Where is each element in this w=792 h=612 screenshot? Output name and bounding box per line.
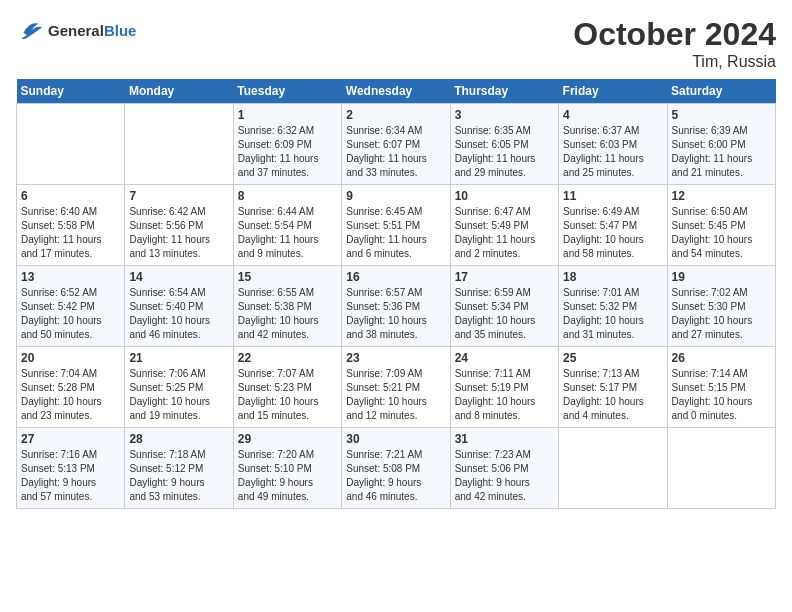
calendar-cell: 22Sunrise: 7:07 AM Sunset: 5:23 PM Dayli…: [233, 347, 341, 428]
day-number: 29: [238, 432, 337, 446]
calendar-cell: 3Sunrise: 6:35 AM Sunset: 6:05 PM Daylig…: [450, 104, 558, 185]
page-header: GeneralBlue October 2024 Tim, Russia: [16, 16, 776, 71]
calendar-cell: 4Sunrise: 6:37 AM Sunset: 6:03 PM Daylig…: [559, 104, 667, 185]
day-number: 27: [21, 432, 120, 446]
day-number: 8: [238, 189, 337, 203]
day-info: Sunrise: 6:49 AM Sunset: 5:47 PM Dayligh…: [563, 205, 662, 261]
day-info: Sunrise: 6:32 AM Sunset: 6:09 PM Dayligh…: [238, 124, 337, 180]
calendar-table: SundayMondayTuesdayWednesdayThursdayFrid…: [16, 79, 776, 509]
calendar-cell: 20Sunrise: 7:04 AM Sunset: 5:28 PM Dayli…: [17, 347, 125, 428]
day-number: 11: [563, 189, 662, 203]
day-info: Sunrise: 7:02 AM Sunset: 5:30 PM Dayligh…: [672, 286, 771, 342]
calendar-cell: 11Sunrise: 6:49 AM Sunset: 5:47 PM Dayli…: [559, 185, 667, 266]
calendar-cell: 19Sunrise: 7:02 AM Sunset: 5:30 PM Dayli…: [667, 266, 775, 347]
day-info: Sunrise: 6:37 AM Sunset: 6:03 PM Dayligh…: [563, 124, 662, 180]
day-info: Sunrise: 6:47 AM Sunset: 5:49 PM Dayligh…: [455, 205, 554, 261]
day-info: Sunrise: 6:42 AM Sunset: 5:56 PM Dayligh…: [129, 205, 228, 261]
weekday-header-tuesday: Tuesday: [233, 79, 341, 104]
weekday-header-saturday: Saturday: [667, 79, 775, 104]
calendar-week-5: 27Sunrise: 7:16 AM Sunset: 5:13 PM Dayli…: [17, 428, 776, 509]
day-info: Sunrise: 6:54 AM Sunset: 5:40 PM Dayligh…: [129, 286, 228, 342]
calendar-week-2: 6Sunrise: 6:40 AM Sunset: 5:58 PM Daylig…: [17, 185, 776, 266]
day-number: 2: [346, 108, 445, 122]
day-info: Sunrise: 6:39 AM Sunset: 6:00 PM Dayligh…: [672, 124, 771, 180]
calendar-cell: [559, 428, 667, 509]
day-info: Sunrise: 7:18 AM Sunset: 5:12 PM Dayligh…: [129, 448, 228, 504]
day-number: 30: [346, 432, 445, 446]
calendar-cell: 14Sunrise: 6:54 AM Sunset: 5:40 PM Dayli…: [125, 266, 233, 347]
calendar-cell: 29Sunrise: 7:20 AM Sunset: 5:10 PM Dayli…: [233, 428, 341, 509]
day-info: Sunrise: 7:07 AM Sunset: 5:23 PM Dayligh…: [238, 367, 337, 423]
day-info: Sunrise: 7:09 AM Sunset: 5:21 PM Dayligh…: [346, 367, 445, 423]
day-info: Sunrise: 6:44 AM Sunset: 5:54 PM Dayligh…: [238, 205, 337, 261]
day-number: 20: [21, 351, 120, 365]
day-number: 19: [672, 270, 771, 284]
calendar-cell: 7Sunrise: 6:42 AM Sunset: 5:56 PM Daylig…: [125, 185, 233, 266]
logo-text: GeneralBlue: [48, 22, 136, 39]
day-number: 3: [455, 108, 554, 122]
weekday-header-monday: Monday: [125, 79, 233, 104]
day-info: Sunrise: 6:34 AM Sunset: 6:07 PM Dayligh…: [346, 124, 445, 180]
calendar-cell: 24Sunrise: 7:11 AM Sunset: 5:19 PM Dayli…: [450, 347, 558, 428]
calendar-cell: 17Sunrise: 6:59 AM Sunset: 5:34 PM Dayli…: [450, 266, 558, 347]
calendar-cell: 12Sunrise: 6:50 AM Sunset: 5:45 PM Dayli…: [667, 185, 775, 266]
day-number: 17: [455, 270, 554, 284]
day-number: 23: [346, 351, 445, 365]
day-info: Sunrise: 6:35 AM Sunset: 6:05 PM Dayligh…: [455, 124, 554, 180]
day-number: 1: [238, 108, 337, 122]
day-number: 4: [563, 108, 662, 122]
page-title: October 2024: [573, 16, 776, 53]
day-info: Sunrise: 7:04 AM Sunset: 5:28 PM Dayligh…: [21, 367, 120, 423]
calendar-week-3: 13Sunrise: 6:52 AM Sunset: 5:42 PM Dayli…: [17, 266, 776, 347]
day-number: 13: [21, 270, 120, 284]
calendar-cell: 31Sunrise: 7:23 AM Sunset: 5:06 PM Dayli…: [450, 428, 558, 509]
day-number: 15: [238, 270, 337, 284]
day-number: 18: [563, 270, 662, 284]
calendar-cell: 25Sunrise: 7:13 AM Sunset: 5:17 PM Dayli…: [559, 347, 667, 428]
calendar-cell: [17, 104, 125, 185]
calendar-cell: 5Sunrise: 6:39 AM Sunset: 6:00 PM Daylig…: [667, 104, 775, 185]
day-number: 31: [455, 432, 554, 446]
day-number: 28: [129, 432, 228, 446]
day-number: 5: [672, 108, 771, 122]
calendar-cell: 10Sunrise: 6:47 AM Sunset: 5:49 PM Dayli…: [450, 185, 558, 266]
day-number: 6: [21, 189, 120, 203]
calendar-cell: 18Sunrise: 7:01 AM Sunset: 5:32 PM Dayli…: [559, 266, 667, 347]
day-number: 26: [672, 351, 771, 365]
calendar-cell: 1Sunrise: 6:32 AM Sunset: 6:09 PM Daylig…: [233, 104, 341, 185]
day-number: 22: [238, 351, 337, 365]
logo: GeneralBlue: [16, 16, 136, 44]
calendar-cell: 13Sunrise: 6:52 AM Sunset: 5:42 PM Dayli…: [17, 266, 125, 347]
calendar-week-1: 1Sunrise: 6:32 AM Sunset: 6:09 PM Daylig…: [17, 104, 776, 185]
day-info: Sunrise: 7:06 AM Sunset: 5:25 PM Dayligh…: [129, 367, 228, 423]
day-number: 10: [455, 189, 554, 203]
day-number: 24: [455, 351, 554, 365]
weekday-header-wednesday: Wednesday: [342, 79, 450, 104]
calendar-cell: 6Sunrise: 6:40 AM Sunset: 5:58 PM Daylig…: [17, 185, 125, 266]
page-subtitle: Tim, Russia: [573, 53, 776, 71]
calendar-week-4: 20Sunrise: 7:04 AM Sunset: 5:28 PM Dayli…: [17, 347, 776, 428]
day-info: Sunrise: 7:13 AM Sunset: 5:17 PM Dayligh…: [563, 367, 662, 423]
weekday-header-row: SundayMondayTuesdayWednesdayThursdayFrid…: [17, 79, 776, 104]
calendar-cell: [667, 428, 775, 509]
calendar-cell: 30Sunrise: 7:21 AM Sunset: 5:08 PM Dayli…: [342, 428, 450, 509]
weekday-header-friday: Friday: [559, 79, 667, 104]
logo-icon: [16, 16, 44, 44]
calendar-cell: 2Sunrise: 6:34 AM Sunset: 6:07 PM Daylig…: [342, 104, 450, 185]
day-info: Sunrise: 7:11 AM Sunset: 5:19 PM Dayligh…: [455, 367, 554, 423]
day-info: Sunrise: 6:40 AM Sunset: 5:58 PM Dayligh…: [21, 205, 120, 261]
day-info: Sunrise: 7:16 AM Sunset: 5:13 PM Dayligh…: [21, 448, 120, 504]
day-number: 16: [346, 270, 445, 284]
day-number: 12: [672, 189, 771, 203]
calendar-cell: 23Sunrise: 7:09 AM Sunset: 5:21 PM Dayli…: [342, 347, 450, 428]
day-info: Sunrise: 6:45 AM Sunset: 5:51 PM Dayligh…: [346, 205, 445, 261]
calendar-cell: 27Sunrise: 7:16 AM Sunset: 5:13 PM Dayli…: [17, 428, 125, 509]
weekday-header-sunday: Sunday: [17, 79, 125, 104]
day-number: 21: [129, 351, 228, 365]
calendar-cell: 26Sunrise: 7:14 AM Sunset: 5:15 PM Dayli…: [667, 347, 775, 428]
day-info: Sunrise: 7:23 AM Sunset: 5:06 PM Dayligh…: [455, 448, 554, 504]
calendar-cell: 9Sunrise: 6:45 AM Sunset: 5:51 PM Daylig…: [342, 185, 450, 266]
day-number: 9: [346, 189, 445, 203]
calendar-cell: 15Sunrise: 6:55 AM Sunset: 5:38 PM Dayli…: [233, 266, 341, 347]
day-info: Sunrise: 7:20 AM Sunset: 5:10 PM Dayligh…: [238, 448, 337, 504]
